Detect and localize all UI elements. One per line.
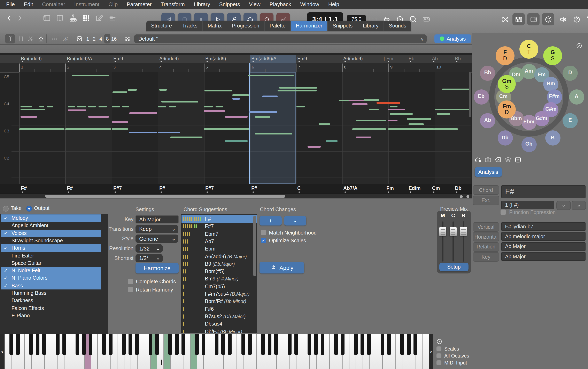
chord-bubble-db[interactable]: Db: [497, 130, 513, 146]
midi-note[interactable]: [390, 113, 413, 115]
midi-note[interactable]: [388, 128, 434, 130]
suggestion-row[interactable]: Cm7(b5): [181, 283, 257, 290]
track-row[interactable]: Humming Bass: [1, 289, 101, 297]
track-row[interactable]: Space Guitar: [1, 259, 101, 267]
tab-library[interactable]: Library: [358, 21, 384, 31]
black-key[interactable]: [341, 334, 344, 355]
midi-note[interactable]: [112, 121, 128, 123]
chord-bubble-d[interactable]: D: [563, 65, 578, 80]
analysis-row-value-vertical[interactable]: F#.lydian-b7: [501, 222, 586, 231]
menu-item-snippets[interactable]: Snippets: [215, 0, 244, 9]
black-key[interactable]: [56, 334, 59, 355]
midi-note[interactable]: [442, 89, 471, 90]
chord-bubble-c[interactable]: CT: [519, 40, 538, 59]
pencil-icon[interactable]: [95, 13, 105, 23]
menu-item-container[interactable]: Container: [38, 0, 70, 9]
function-expression-checkbox[interactable]: [501, 209, 506, 215]
black-key[interactable]: [321, 334, 325, 355]
track-row[interactable]: Straylight Soundscape: [1, 237, 101, 245]
vertical-scrollbar[interactable]: [469, 72, 471, 117]
tree-icon[interactable]: [69, 13, 78, 23]
black-key[interactable]: [16, 334, 20, 355]
midi-note[interactable]: [65, 128, 111, 130]
grid-icon[interactable]: [82, 13, 92, 23]
black-key[interactable]: [248, 334, 252, 355]
midi-note[interactable]: [204, 106, 213, 107]
midi-note[interactable]: [407, 118, 431, 120]
track-row[interactable]: ✓Voices: [1, 229, 101, 237]
chord-label-top[interactable]: Bm(add9)/A: [67, 56, 92, 61]
black-key[interactable]: [109, 334, 113, 355]
harmonized-chord-label[interactable]: Fm: [386, 185, 394, 191]
black-key[interactable]: [195, 334, 199, 355]
preset-dropdown[interactable]: Default ° v: [134, 34, 427, 43]
black-key[interactable]: [75, 334, 79, 355]
grid-size-2[interactable]: 2: [91, 34, 97, 43]
analysis-toggle-pill[interactable]: Analysis: [434, 34, 471, 43]
midi-note[interactable]: [128, 89, 137, 91]
close-panel-icon[interactable]: [576, 42, 583, 49]
track-row[interactable]: E-Piano: [1, 312, 101, 319]
accidentals-tool[interactable]: ♭♯: [60, 34, 70, 43]
auto-chord-checkbox-tool[interactable]: [75, 34, 84, 43]
midi-note[interactable]: [159, 89, 167, 91]
midi-note[interactable]: [158, 106, 166, 107]
chord-label-top[interactable]: Bm(add9): [205, 56, 226, 61]
midi-note[interactable]: [279, 87, 317, 89]
suggestion-row[interactable]: Db/F# (Bb.Minor): [181, 328, 257, 333]
analysis-button[interactable]: Analysis: [475, 167, 502, 177]
piano-roll-area[interactable]: 12345678910C5C4C3C2Bm(add9)Bm(add9)/AEm9…: [0, 53, 472, 199]
zoom-dot-icon[interactable]: [466, 195, 469, 198]
midi-note[interactable]: [388, 120, 398, 121]
mode-radio-take[interactable]: [3, 206, 9, 211]
midi-note[interactable]: [434, 128, 458, 130]
midi-note[interactable]: [307, 146, 321, 148]
analysis-row-button-key[interactable]: Key: [472, 252, 499, 262]
midi-note[interactable]: [113, 91, 127, 93]
chord-button[interactable]: Chord: [472, 185, 499, 195]
analysis-row-value-horizontal[interactable]: Ab.melodic-major: [501, 232, 586, 241]
black-key[interactable]: [221, 334, 225, 355]
track-row[interactable]: ✓Horns: [1, 244, 101, 252]
black-key[interactable]: [407, 334, 411, 355]
tab-snippets[interactable]: Snippets: [328, 21, 358, 31]
ibeam-tool[interactable]: [5, 34, 15, 43]
black-key[interactable]: [42, 334, 46, 355]
midi-note[interactable]: [248, 75, 294, 76]
checkbox-retain-harmony[interactable]: [128, 287, 133, 292]
midi-note[interactable]: [349, 100, 366, 101]
midi-note[interactable]: [39, 106, 44, 107]
grid-size-4[interactable]: 4: [98, 34, 104, 43]
midi-note[interactable]: [112, 128, 128, 130]
tab-palette[interactable]: Palette: [265, 21, 291, 31]
suggestion-row[interactable]: Dbsus4: [181, 320, 257, 328]
eraser-tool[interactable]: [36, 34, 46, 43]
black-key[interactable]: [89, 334, 93, 355]
midi-note[interactable]: [99, 106, 107, 107]
chord-label-top[interactable]: A6(add9): [343, 56, 363, 61]
black-key[interactable]: [274, 334, 278, 355]
chord-label-top[interactable]: A6(add9): [159, 56, 179, 61]
midi-note[interactable]: [364, 99, 379, 101]
white-key[interactable]: [422, 334, 429, 369]
collapse-tool[interactable]: [123, 34, 132, 43]
piano-keyboard[interactable]: <>: [0, 334, 433, 369]
black-key[interactable]: [201, 334, 205, 355]
checkbox-all-octaves[interactable]: [437, 353, 441, 358]
midi-note[interactable]: [88, 116, 109, 118]
black-key[interactable]: [367, 334, 371, 355]
list-icon[interactable]: [108, 13, 118, 23]
black-key[interactable]: [168, 334, 172, 355]
black-key[interactable]: [36, 334, 39, 355]
menu-item-library[interactable]: Library: [189, 0, 215, 9]
menu-item-window[interactable]: Window: [296, 0, 324, 9]
keyboard-scroll-left[interactable]: <: [0, 334, 4, 369]
ext-next-button[interactable]: [572, 201, 586, 210]
midi-note[interactable]: [437, 113, 450, 115]
midi-note[interactable]: [21, 109, 45, 110]
black-key[interactable]: [413, 334, 417, 355]
harmonized-chord-label[interactable]: C: [297, 185, 301, 191]
chord-bubble-a[interactable]: A: [569, 89, 584, 104]
chord-value-field[interactable]: F#: [501, 185, 586, 198]
selection-region[interactable]: [250, 72, 296, 184]
